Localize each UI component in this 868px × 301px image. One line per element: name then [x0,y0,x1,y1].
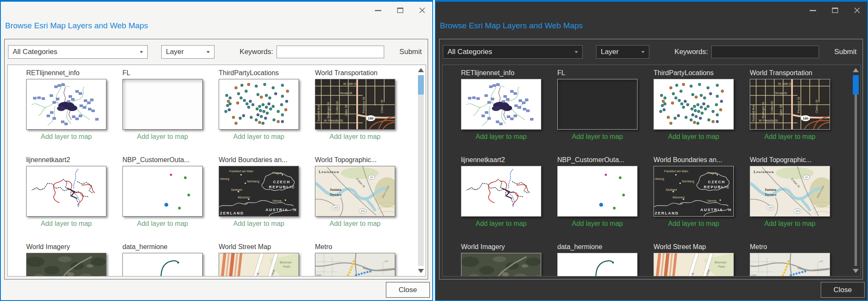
submit-button[interactable]: Submit [832,47,859,57]
window-minimize-button[interactable] [810,7,816,14]
add-layer-link[interactable]: Add layer to map [654,220,734,228]
add-layer-link[interactable]: Add layer to map [122,133,203,141]
svg-text:Texas St: Texas St [340,91,353,95]
chevron-down-icon [575,51,578,53]
category-dropdown[interactable]: All Categories [8,45,148,59]
layer-type-dropdown-value: Layer [166,48,184,56]
add-layer-link[interactable]: Add layer to map [219,220,299,228]
thumbnail-empty[interactable] [557,79,637,130]
svg-text:Juniata: Juniata [330,187,342,192]
thumbnail-markers[interactable] [219,79,299,130]
svg-text:Vienna: Vienna [707,199,716,202]
scroll-thumb[interactable] [853,75,859,95]
layer-card: data_hermioneAdd layer to map [557,243,637,276]
window-maximize-button[interactable] [397,7,404,14]
keywords-input[interactable] [277,46,384,58]
add-layer-link[interactable]: Add layer to map [461,133,541,141]
thumbnail-dark-streets[interactable]: 180W 10th StTexas StW Presidio StSummit … [315,79,395,130]
thumbnail-dark-borders[interactable]: Frankfurt am MainnbourgNürnbergPragueStu… [219,166,299,217]
scrollbar[interactable] [416,65,426,276]
add-layer-link[interactable]: Add layer to map [315,220,395,228]
add-layer-link[interactable]: Add layer to map [654,133,734,141]
add-layer-link[interactable]: Add layer to map [26,133,106,141]
window-maximize-button[interactable] [832,7,838,14]
scrollbar[interactable] [851,65,860,276]
layer-name: World Transportation [315,69,395,77]
add-layer-link[interactable]: Add layer to map [122,220,203,228]
svg-text:W 10th St: W 10th St [778,82,792,86]
layer-name: data_hermione [122,243,203,251]
layer-name: World Boundaries an... [654,156,734,164]
add-layer-link[interactable]: Add layer to map [750,220,830,228]
add-layer-link[interactable]: Add layer to map [461,220,541,228]
layer-card: RETlijnennet_infoAdd layer to map [26,69,106,156]
add-layer-link[interactable]: Add layer to map [219,133,299,141]
svg-text:Cherry St: Cherry St [380,99,384,113]
thumbnail-dark-borders[interactable]: Frankfurt am MainnbourgNürnbergPragueStu… [654,166,734,217]
scroll-down-button[interactable] [416,267,426,275]
thumbnail-network-red[interactable] [26,166,106,217]
thumbnail-topo[interactable]: 22103333LewistownJuniataTerraceS Main St… [315,166,395,217]
thumbnail-street-cream[interactable]: Banbury A.Chapman AveBrennerPark [219,253,299,276]
thumbnail-metro[interactable]: icanityme [750,253,830,276]
add-layer-link[interactable]: Add layer to map [557,133,637,141]
triangle-down-icon [418,269,424,273]
svg-text:Prague: Prague [707,171,717,175]
keywords-input[interactable] [711,46,819,58]
layer-name: World Imagery [26,243,106,251]
scroll-up-button[interactable] [416,66,426,74]
thumbnail-line-white[interactable] [122,253,203,276]
toolbar: All Categories Layer Keywords: Submit [443,45,859,59]
layer-type-dropdown[interactable]: Layer [161,45,214,59]
window-close-button[interactable] [854,7,860,14]
svg-text:Lewistown: Lewistown [754,170,774,174]
submit-button[interactable]: Submit [397,47,424,57]
svg-text:180: 180 [803,117,808,120]
add-layer-link[interactable]: Add layer to map [26,220,106,228]
thumbnail-satellite[interactable] [461,253,541,276]
thumbnail-satellite[interactable] [26,253,106,276]
scroll-up-button[interactable] [851,66,860,74]
thumbnail-transit-network[interactable] [26,79,106,130]
layers-grid: RETlijnennet_infoAdd layer to mapFLAdd l… [8,65,416,276]
thumbnail-markers[interactable] [654,79,734,130]
svg-text:Summit Ave: Summit Ave [317,105,320,122]
close-button[interactable]: Close [386,282,430,298]
scroll-thumb[interactable] [418,75,424,95]
window-minimize-button[interactable] [375,7,382,14]
thumbnail-metro[interactable]: icanityme [315,253,395,276]
svg-text:Juniata: Juniata [765,187,776,192]
add-layer-link[interactable]: Add layer to map [557,220,637,228]
thumbnail-topo[interactable]: 22103333LewistownJuniataTerraceS Main St… [750,166,830,217]
category-dropdown-value: All Categories [13,48,57,56]
scroll-track[interactable] [854,75,857,266]
svg-text:Brenner: Brenner [280,260,292,264]
thumbnail-empty[interactable] [122,79,203,130]
dialog-title: Browse Esri Map Layers and Web Maps [5,21,432,30]
thumbnail-network-red[interactable] [461,166,541,217]
thumbnail-line-white[interactable] [557,253,637,276]
layer-name: RETlijnennet_info [26,69,106,77]
category-dropdown[interactable]: All Categories [443,45,583,59]
layer-type-dropdown[interactable]: Layer [596,45,649,59]
svg-text:Park: Park [718,265,725,268]
triangle-up-icon [418,68,424,72]
add-layer-link[interactable]: Add layer to map [315,133,395,141]
svg-text:Nürnberg: Nürnberg [682,180,694,183]
thumbnail-dots-sparse[interactable] [122,166,203,217]
thumbnail-dark-streets[interactable]: 180W 10th StTexas StW Presidio StSummit … [750,79,830,130]
layer-card: World Boundaries an...Frankfurt am Mainn… [219,156,299,243]
scroll-down-button[interactable] [851,267,860,275]
layer-name: FL [557,69,637,77]
svg-text:Ballinger St: Ballinger St [761,102,765,118]
svg-text:Lake St: Lake St [779,105,783,116]
add-layer-link[interactable]: Add layer to map [750,133,830,141]
svg-text:Frankfurt am Main: Frankfurt am Main [229,170,253,173]
thumbnail-transit-network[interactable] [461,79,541,130]
thumbnail-dots-sparse[interactable] [557,166,637,217]
window-close-button[interactable] [419,7,426,14]
close-button[interactable]: Close [821,282,865,298]
scroll-track[interactable] [418,75,424,266]
layer-card: World Boundaries an...Frankfurt am Mainn… [654,156,734,243]
thumbnail-street-cream[interactable]: Banbury A.Chapman AveBrennerPark [654,253,734,276]
